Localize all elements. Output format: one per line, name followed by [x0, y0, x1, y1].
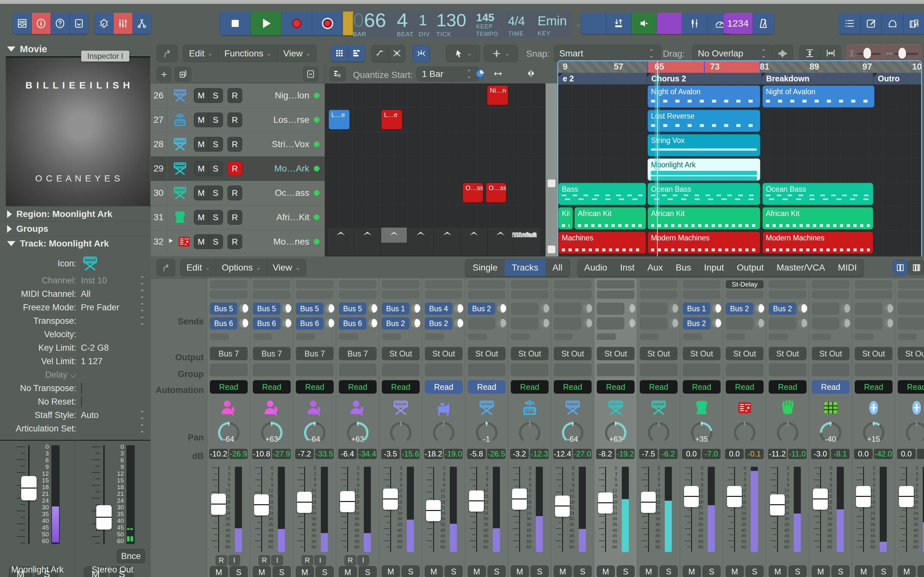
mute-button[interactable]: M — [898, 566, 916, 577]
mixer-menu-view[interactable]: View⌄ — [267, 259, 306, 276]
track-zoom-gutter[interactable] — [545, 83, 557, 256]
send-knob[interactable] — [282, 304, 291, 313]
track-row-32[interactable]: 32MSRMo…nes — [151, 229, 325, 254]
send-slot[interactable]: Bus 6 — [339, 318, 367, 330]
param-value[interactable]: 1 127 — [81, 356, 151, 366]
send-slot[interactable] — [769, 318, 796, 330]
fader-cap[interactable] — [469, 490, 484, 512]
track-row-29[interactable]: 29MSRMo…Ark — [151, 156, 325, 181]
send-knob[interactable] — [712, 319, 721, 327]
insert-slot[interactable] — [640, 290, 678, 299]
group-slot[interactable] — [425, 364, 463, 376]
record-button[interactable]: R — [216, 555, 227, 566]
lcd-time[interactable]: 4/4TIME — [508, 10, 537, 37]
record-enable-button[interactable]: R — [228, 113, 242, 127]
lcd-div[interactable]: 1DIV — [419, 10, 436, 37]
solo-button[interactable]: S — [531, 566, 549, 577]
send-slot-small[interactable] — [683, 334, 702, 340]
send-slot[interactable] — [726, 318, 753, 330]
group-slot[interactable] — [210, 364, 248, 376]
automation-mode-button[interactable]: Read — [339, 380, 376, 394]
send-slot[interactable]: Bus 2 — [382, 318, 409, 330]
speaker-auto-button[interactable] — [657, 13, 682, 34]
channel-strip-10[interactable]: St OutRead+63-8.2-19.2036912151821243035… — [594, 278, 637, 577]
lcd-chevron-icon[interactable]: ⌄ — [576, 20, 582, 28]
input-button[interactable]: I — [357, 555, 369, 566]
mini-region[interactable]: O…ss — [463, 183, 483, 203]
send-slot[interactable] — [511, 318, 538, 330]
mute-button[interactable]: M — [425, 566, 443, 577]
channel-strip-14[interactable]: Bus 2St OutRead-11.2-11.0036912151821243… — [766, 278, 809, 577]
automation-mode-button[interactable]: Read — [253, 380, 291, 394]
send-slot[interactable] — [855, 303, 882, 315]
mini-region[interactable]: O…ss — [486, 183, 506, 203]
automation-mode-button[interactable]: Read — [640, 380, 678, 394]
arrangement-marker-e-2[interactable]: e 2 — [558, 73, 647, 84]
send-slot-small[interactable] — [898, 334, 917, 340]
send-slot-small[interactable] — [812, 334, 831, 340]
send-slot[interactable]: Bus 5 — [253, 303, 280, 315]
channel-strip-2[interactable]: Bus 5Bus 6Bus 7Read+63-10.8-27.903691215… — [250, 278, 293, 577]
channel-strip-15[interactable]: St OutRead-40-3.0-8.10369121518212430354… — [809, 278, 852, 577]
insert-slot[interactable] — [339, 290, 376, 299]
pan-knob[interactable] — [732, 421, 757, 445]
track-active-dot[interactable] — [314, 117, 320, 123]
send-slot[interactable] — [812, 303, 839, 315]
insert-slot[interactable] — [683, 290, 720, 299]
pan-knob[interactable] — [517, 421, 542, 445]
fader-cap[interactable] — [813, 488, 828, 510]
output-slot[interactable]: St Out — [683, 347, 720, 360]
output-slot[interactable]: St Out — [425, 347, 463, 360]
lcd-tempo[interactable]: 145KEEPTEMPO — [476, 10, 508, 37]
record-enable-button[interactable]: R — [228, 210, 242, 225]
group-slot[interactable] — [683, 364, 720, 376]
checkbox[interactable] — [81, 396, 82, 407]
send-knob[interactable] — [282, 319, 291, 327]
mute-button[interactable]: M — [194, 186, 208, 200]
solo-button[interactable]: S — [445, 566, 463, 577]
marker-pad-chorus[interactable]: Chorus — [435, 227, 460, 255]
solo-button[interactable]: S — [208, 186, 223, 200]
insert-slot[interactable] — [769, 280, 806, 288]
insert-slot[interactable] — [898, 280, 924, 288]
insert-slot[interactable] — [898, 290, 924, 299]
track-play-button[interactable] — [168, 237, 174, 247]
send-knob[interactable] — [454, 304, 463, 313]
insert-slot[interactable] — [296, 280, 334, 288]
output-slot[interactable]: St Out — [511, 347, 549, 360]
stepper-icon[interactable]: ⌃⌄ — [138, 317, 146, 325]
solo-button[interactable]: S — [703, 566, 720, 577]
output-slot[interactable]: St Out — [812, 347, 850, 360]
send-knob[interactable] — [411, 304, 420, 313]
gutter-handle[interactable] — [548, 245, 556, 253]
group-slot[interactable] — [726, 364, 764, 376]
fader-cap[interactable] — [383, 488, 398, 510]
send-knob[interactable] — [884, 319, 893, 327]
recordring-button[interactable] — [312, 11, 343, 35]
region-ocean-bass[interactable]: Ocean Bass — [762, 183, 873, 205]
mixer-undo-button[interactable] — [157, 259, 175, 276]
channel-strip-1[interactable]: Bus 5Bus 6Bus 7Read-64-10.2-26.903691215… — [207, 278, 250, 577]
track-row-27[interactable]: 27MSRLos…rse — [151, 108, 325, 132]
send-slot[interactable] — [554, 303, 582, 315]
output-slot[interactable]: St Out — [382, 347, 420, 360]
lcd-display[interactable]: 066BAR4BEAT1DIV130TICK145KEEPTEMPO4/4TIM… — [353, 10, 573, 37]
group-slot[interactable] — [253, 364, 291, 376]
arrangement-marker-breakdown[interactable]: Breakdown — [762, 73, 873, 84]
drag-select[interactable]: No Overlap⌃⌄ — [692, 45, 773, 62]
mute-button[interactable]: M — [194, 161, 208, 176]
fader-cap[interactable] — [297, 492, 312, 513]
group-slot[interactable] — [855, 364, 893, 376]
output-slot[interactable]: St Out — [597, 347, 635, 360]
send-knob[interactable] — [841, 319, 850, 327]
send-knob[interactable] — [669, 319, 678, 327]
channel-strip-13[interactable]: St-DelayBus 2St OutRead0.0-0.10369121518… — [723, 278, 766, 577]
track-row-26[interactable]: 26MSRNig…lon — [151, 83, 325, 108]
param-value[interactable]: C-2 G8 — [81, 343, 151, 353]
track-active-dot[interactable] — [314, 166, 320, 171]
solo-button[interactable]: S — [832, 566, 850, 577]
send-slot[interactable]: Bus 4 — [425, 303, 452, 315]
solo-button[interactable]: S — [402, 566, 420, 577]
region-modern-machines[interactable]: Modern Machines — [648, 231, 760, 254]
send-knob[interactable] — [239, 304, 248, 313]
